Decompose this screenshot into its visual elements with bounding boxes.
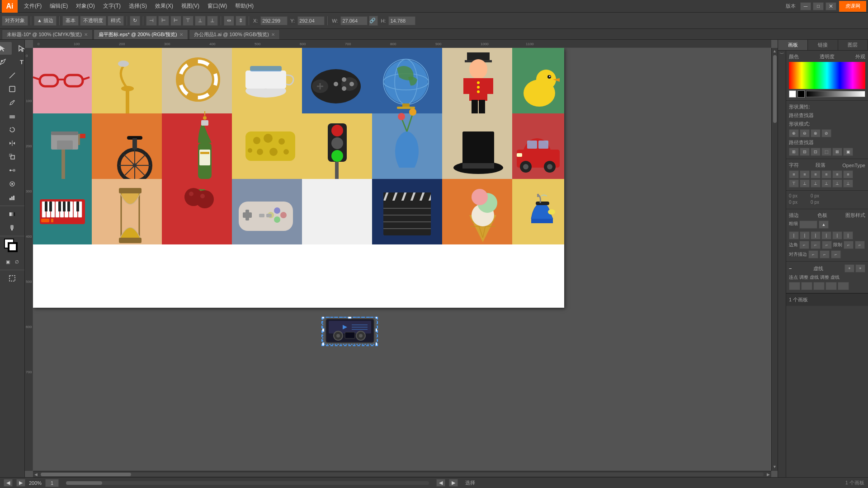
as-1[interactable]: ⌐ <box>808 250 818 258</box>
align-right-text[interactable]: ≡ <box>811 170 821 178</box>
corner-3[interactable]: ⌐ <box>822 241 832 249</box>
canvas-scroll-area[interactable] <box>33 48 771 471</box>
color-gradient[interactable] <box>789 62 865 89</box>
stroke-align-2[interactable]: | <box>800 231 810 239</box>
tab-2-close[interactable]: ✕ <box>271 32 275 37</box>
virtual-expand[interactable]: − <box>789 266 792 271</box>
pf-btn-4[interactable]: ⬚ <box>821 148 831 156</box>
scroll-left-btn[interactable]: ◀ <box>33 472 39 477</box>
corner-2[interactable]: ⌐ <box>811 241 821 249</box>
align-bottom-btn[interactable]: ⊥ <box>207 16 218 26</box>
tab-1[interactable]: 扁平图标.eps* @ 200% (RGB/预览) ✕ <box>94 29 188 39</box>
justify-text[interactable]: ≡ <box>821 170 831 178</box>
stroke-align-5[interactable]: | <box>832 231 842 239</box>
select-tool[interactable] <box>0 42 12 55</box>
as-2[interactable]: ⌐ <box>820 250 830 258</box>
pf-btn-6[interactable]: ▣ <box>843 148 853 156</box>
exclude-btn[interactable]: ⊘ <box>821 129 831 137</box>
vi-3[interactable] <box>813 282 825 290</box>
refresh-btn[interactable]: ↻ <box>130 16 140 26</box>
valign-5[interactable]: ⊥ <box>832 179 842 188</box>
h-input[interactable] <box>388 16 415 25</box>
add-virtual2-btn[interactable]: + <box>855 264 865 272</box>
valign-bot[interactable]: ⊥ <box>811 179 821 188</box>
nav-next-btn[interactable]: ▶ <box>449 479 458 487</box>
pf-btn-3[interactable]: ⊡ <box>811 148 821 156</box>
close-btn[interactable]: ✕ <box>826 2 836 10</box>
as-3[interactable]: ⌐ <box>831 250 841 258</box>
menu-select[interactable]: 选择(S) <box>125 1 151 11</box>
intersect-btn[interactable]: ⊗ <box>811 129 821 137</box>
valign-mid[interactable]: ⊥ <box>800 179 810 188</box>
menu-text[interactable]: 文字(T) <box>99 1 124 11</box>
limit-2[interactable]: ⌐ <box>855 241 865 249</box>
tab-0-close[interactable]: ✕ <box>84 32 88 37</box>
symbol-tool[interactable] <box>3 178 21 190</box>
minus-btn[interactable]: ⊖ <box>800 129 810 137</box>
vi-2[interactable] <box>801 282 812 290</box>
white-swatch[interactable] <box>789 90 796 98</box>
blend-tool[interactable] <box>3 164 21 177</box>
menu-object[interactable]: 对象(O) <box>72 1 98 11</box>
tab-1-close[interactable]: ✕ <box>179 32 183 37</box>
scroll-thumb-bottom[interactable] <box>66 481 102 485</box>
pf-btn-2[interactable]: ⊟ <box>800 148 810 156</box>
grayscale-bar[interactable] <box>806 91 865 97</box>
rpt-layers[interactable]: 图层 <box>838 40 868 50</box>
rpt-artboard[interactable]: 画板 <box>778 40 808 50</box>
align-left-btn[interactable]: ⊣ <box>146 16 157 26</box>
zoom-out-btn[interactable]: ◀ <box>4 479 13 487</box>
page-input[interactable] <box>45 479 59 487</box>
h-scroll-thumb[interactable] <box>41 473 131 476</box>
stroke-align-3[interactable]: | <box>811 231 821 239</box>
valign-top[interactable]: ⊤ <box>789 179 799 188</box>
menu-effects[interactable]: 效果(X) <box>151 1 177 11</box>
valign-6[interactable]: ⊥ <box>843 179 853 188</box>
justify-force-text[interactable]: ≡ <box>843 170 853 178</box>
gradient-fill-btn[interactable]: ▣ <box>4 255 12 268</box>
eraser-tool[interactable] <box>3 110 21 122</box>
weight-input[interactable] <box>799 221 817 229</box>
scroll-down-btn[interactable]: ▼ <box>772 464 778 470</box>
tab-0[interactable]: 未标题-10* @ 100% (CMYK/预览) ✕ <box>2 29 93 39</box>
eyedropper-tool[interactable] <box>3 221 21 234</box>
mirror-tool[interactable] <box>3 137 21 150</box>
zoom-in-btn[interactable]: ▶ <box>16 479 25 487</box>
basic-btn[interactable]: 基本 <box>62 16 79 26</box>
scale-tool[interactable] <box>3 150 21 163</box>
minimize-btn[interactable]: ─ <box>800 2 811 10</box>
pencil-tool[interactable] <box>3 96 21 109</box>
lock-proportions-btn[interactable]: 🔗 <box>369 16 378 26</box>
style-btn[interactable]: 样式 <box>108 16 124 26</box>
corner-1[interactable]: ⌐ <box>799 241 809 249</box>
rotate-tool[interactable] <box>3 123 21 136</box>
weight-up[interactable]: ▲ <box>819 221 829 229</box>
scroll-up-btn[interactable]: ▲ <box>772 48 778 54</box>
menu-file[interactable]: 文件(F) <box>20 1 45 11</box>
black-swatch[interactable] <box>797 90 805 98</box>
artboard-tool[interactable] <box>3 272 21 285</box>
vi-5[interactable] <box>838 282 849 290</box>
valign-4[interactable]: ⊥ <box>821 179 831 188</box>
expand-btn[interactable]: ⟩ <box>779 52 784 54</box>
align-center-text[interactable]: ≡ <box>800 170 810 178</box>
scroll-right-btn[interactable]: ▶ <box>765 472 771 477</box>
stroke-align-1[interactable]: | <box>789 231 799 239</box>
flip-h-btn[interactable]: ⇔ <box>224 16 234 26</box>
maximize-btn[interactable]: □ <box>813 2 824 10</box>
nav-prev-btn[interactable]: ◀ <box>436 479 445 487</box>
align-center-btn[interactable]: ⊢ <box>158 16 169 26</box>
stroke-swatch[interactable] <box>8 242 18 252</box>
vi-1[interactable] <box>789 282 800 290</box>
rpt-links[interactable]: 链接 <box>808 40 838 50</box>
limit-1[interactable]: ⌐ <box>844 241 854 249</box>
tab-2[interactable]: 办公用品1.ai @ 100% (RGB/预览) ✕ <box>189 29 280 39</box>
pen-tool[interactable] <box>0 56 12 68</box>
canvas-area[interactable]: 0 100 200 300 400 500 600 700 800 900 10… <box>25 40 778 477</box>
unite-btn[interactable]: ⊕ <box>789 129 799 137</box>
align-top-btn[interactable]: ⊤ <box>183 16 193 26</box>
vhs-tape-selected[interactable] <box>321 317 378 346</box>
add-virtual-btn[interactable]: + <box>844 264 854 272</box>
align-left-text[interactable]: ≡ <box>789 170 799 178</box>
v-scroll-thumb[interactable] <box>773 55 777 123</box>
